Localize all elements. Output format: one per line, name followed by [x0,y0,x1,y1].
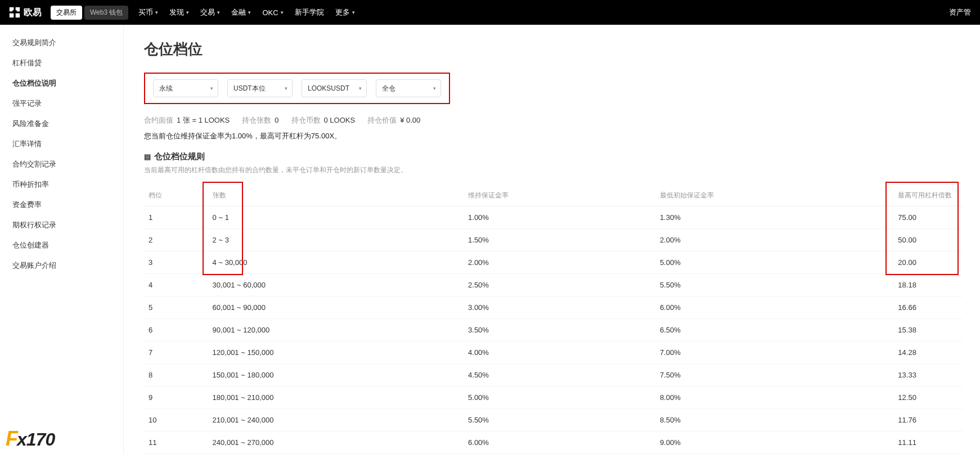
cell-range: 210,001 ~ 240,000 [208,409,464,431]
watermark-rest: x170 [17,429,55,450]
nav-4[interactable]: OKC▾ [262,7,283,17]
rule-heading-text: 仓位档位规则 [154,151,205,162]
sidebar-item-11[interactable]: 交易账户介绍 [0,255,123,276]
sidebar-item-7[interactable]: 币种折扣率 [0,174,123,195]
cell-tier: 10 [144,409,208,431]
cell-m2: 2.00% [655,229,893,251]
cell-m1: 1.50% [464,229,655,251]
cell-lev: 16.66 [893,296,963,319]
cell-tier: 8 [144,364,208,386]
table-row: 8150,001 ~ 180,0004.50%7.50%13.33 [144,364,963,386]
cell-lev: 13.33 [893,364,963,386]
info-label-3: 持仓价值 [367,116,397,124]
table-row: 10210,001 ~ 240,0005.50%8.50%11.76 [144,409,963,431]
chevron-down-icon: ▾ [433,80,436,97]
brand-name: 欧易 [24,7,42,19]
info-value-1: 0 [275,116,278,124]
sidebar-item-5[interactable]: 汇率详情 [0,134,123,154]
rule-heading: ▤ 仓位档位规则 [144,151,980,162]
cell-lev: 18.18 [893,274,963,296]
sidebar-item-0[interactable]: 交易规则简介 [0,33,123,53]
filter-select-1[interactable]: USDT本位▾ [227,79,293,97]
cell-m2: 9.00% [655,431,893,454]
cell-m1: 2.50% [464,274,655,296]
table-row: 7120,001 ~ 150,0004.00%7.00%14.28 [144,341,963,364]
sidebar-item-6[interactable]: 合约交割记录 [0,154,123,174]
info-value-0: 1 张 = 1 LOOKS [177,116,230,124]
nav-3[interactable]: 金融▾ [231,7,251,17]
cell-m2: 5.00% [655,251,893,274]
sidebar-item-3[interactable]: 强平记录 [0,93,123,114]
cell-range: 30,001 ~ 60,000 [208,274,464,296]
table-row: 560,001 ~ 90,0003.00%6.00%16.66 [144,296,963,319]
cell-tier: 2 [144,229,208,251]
cell-range: 180,001 ~ 210,000 [208,386,464,409]
tier-table: 档位 张数 维持保证金率 最低初始保证金率 最高可用杠杆倍数 10 ~ 11.0… [144,185,963,454]
cell-range: 150,001 ~ 180,000 [208,364,464,386]
nav-1[interactable]: 发现▾ [169,7,189,17]
table-row: 22 ~ 31.50%2.00%50.00 [144,229,963,251]
col-max-leverage: 最高可用杠杆倍数 [893,185,963,206]
svg-rect-4 [16,14,20,17]
sidebar-item-8[interactable]: 资金费率 [0,195,123,215]
chevron-down-icon: ▾ [285,80,287,97]
table-row: 34 ~ 30,0002.00%5.00%20.00 [144,251,963,274]
table-row: 11240,001 ~ 270,0006.00%9.00%11.11 [144,431,963,454]
col-initial-margin: 最低初始保证金率 [655,185,893,206]
rule-subtext: 当前最高可用的杠杆倍数由您持有的合约数量，未平仓订单和开仓时的新订单数量决定。 [144,165,980,175]
cell-lev: 50.00 [893,229,963,251]
table-row: 10 ~ 11.00%1.30%75.00 [144,206,963,229]
cell-m2: 7.50% [655,364,893,386]
watermark-f: F [6,427,18,451]
table-row: 430,001 ~ 60,0002.50%5.50%18.18 [144,274,963,296]
info-value-3: ¥ 0.00 [400,116,420,124]
nav-2[interactable]: 交易▾ [200,7,220,17]
chevron-down-icon: ▾ [210,80,213,97]
chevron-down-icon: ▾ [281,10,284,15]
nav-5[interactable]: 新手学院 [295,7,324,17]
cell-m2: 8.00% [655,386,893,409]
cell-m2: 7.00% [655,341,893,364]
nav-6[interactable]: 更多▾ [335,7,355,17]
table-row: 9180,001 ~ 210,0005.00%8.00%12.50 [144,386,963,409]
main-inner: 永续▾USDT本位▾LOOKSUSDT▾全仓▾ 合约面值1 张 = 1 LOOK… [144,73,980,454]
brand-logo[interactable]: 欧易 [9,7,42,19]
cell-m1: 3.00% [464,296,655,319]
cell-tier: 1 [144,206,208,229]
watermark: F x170 [6,427,55,451]
info-label-1: 持仓张数 [242,116,271,124]
sidebar: 交易规则简介杠杆借贷仓位档位说明强平记录风险准备金汇率详情合约交割记录币种折扣率… [0,25,124,454]
cell-m2: 5.50% [655,274,893,296]
col-maintenance-margin: 维持保证金率 [464,185,655,206]
assets-link[interactable]: 资产管 [949,7,971,17]
nav-0[interactable]: 买币▾ [138,7,158,17]
tab-web3-wallet[interactable]: Web3 钱包 [84,6,128,20]
cell-m1: 3.50% [464,319,655,341]
cell-range: 90,001 ~ 120,000 [208,319,464,341]
cell-tier: 6 [144,319,208,341]
cell-lev: 75.00 [893,206,963,229]
sidebar-item-2[interactable]: 仓位档位说明 [0,73,123,93]
filter-select-3[interactable]: 全仓▾ [376,79,441,97]
cell-m1: 2.00% [464,251,655,274]
chevron-down-icon: ▾ [248,10,251,15]
sidebar-item-9[interactable]: 期权行权记录 [0,215,123,235]
list-icon: ▤ [144,152,151,161]
cell-lev: 14.28 [893,341,963,364]
filter-panel: 永续▾USDT本位▾LOOKSUSDT▾全仓▾ [144,73,450,104]
filter-select-0[interactable]: 永续▾ [153,79,218,97]
logo-icon [9,7,20,18]
chevron-down-icon: ▾ [359,80,362,97]
cell-range: 0 ~ 1 [208,206,464,229]
product-tabs: 交易所 Web3 钱包 [51,6,128,20]
sidebar-item-10[interactable]: 仓位创建器 [0,235,123,255]
chevron-down-icon: ▾ [217,10,220,15]
cell-m1: 1.00% [464,206,655,229]
sidebar-item-1[interactable]: 杠杆借贷 [0,53,123,73]
tab-exchange[interactable]: 交易所 [51,6,82,20]
cell-range: 60,001 ~ 90,000 [208,296,464,319]
cell-tier: 5 [144,296,208,319]
col-range: 张数 [208,185,464,206]
sidebar-item-4[interactable]: 风险准备金 [0,114,123,134]
filter-select-2[interactable]: LOOKSUSDT▾ [302,79,367,97]
